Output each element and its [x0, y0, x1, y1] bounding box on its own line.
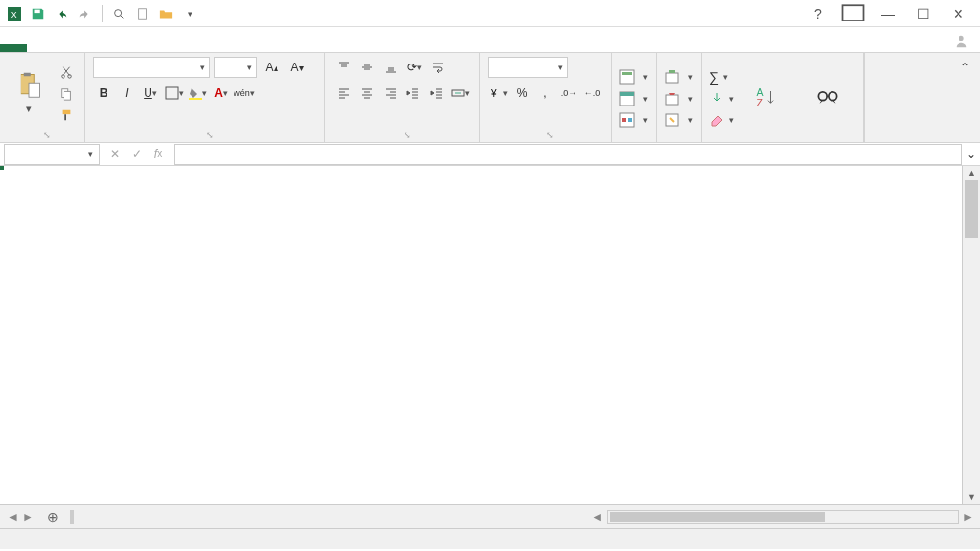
group-font: ▾ ▾ A▴ A▾ B I U▾ ▾ ▾ A▾ wén▾ ⤡ [85, 53, 325, 142]
format-cells-button[interactable]: ▾ [664, 112, 693, 128]
copy-icon[interactable] [57, 84, 76, 104]
group-cells: ▾ ▾ ▾ [657, 53, 702, 142]
currency-icon[interactable]: ¥▾ [488, 82, 509, 104]
decrease-font-icon[interactable]: A▾ [286, 57, 308, 78]
close-icon[interactable]: ✕ [945, 3, 972, 24]
align-right-icon[interactable] [380, 82, 402, 104]
paste-button[interactable]: ▾ [8, 71, 51, 115]
save-icon[interactable] [27, 3, 49, 24]
decrease-indent-icon[interactable] [403, 82, 424, 104]
minimize-icon[interactable]: — [874, 3, 902, 24]
svg-rect-25 [628, 118, 632, 122]
svg-rect-28 [666, 95, 678, 105]
merge-center-icon[interactable]: ▾ [449, 82, 471, 104]
svg-point-6 [959, 36, 963, 41]
comma-icon[interactable]: , [534, 82, 556, 104]
align-middle-icon[interactable] [357, 57, 378, 78]
sort-filter-button[interactable]: AZ [740, 84, 794, 113]
horizontal-scrollbar[interactable] [607, 510, 959, 524]
cancel-icon[interactable]: ✕ [106, 145, 125, 164]
undo-icon[interactable] [51, 3, 72, 24]
cell-styles-button[interactable]: ▾ [619, 112, 648, 128]
vertical-scrollbar[interactable]: ▲▼ [962, 166, 980, 504]
autosum-button[interactable]: ∑▾ [709, 69, 734, 85]
svg-rect-4 [139, 8, 147, 19]
decrease-decimal-icon[interactable]: ←.0 [581, 82, 603, 104]
name-box[interactable]: ▾ [4, 144, 100, 165]
svg-text:X: X [11, 9, 17, 19]
login-link[interactable] [939, 30, 980, 52]
font-size-select[interactable]: ▾ [214, 57, 257, 78]
svg-text:Z: Z [757, 96, 764, 107]
number-format-select[interactable]: ▾ [488, 57, 568, 78]
enter-icon[interactable]: ✓ [127, 145, 147, 164]
conditional-format-button[interactable]: ▾ [619, 69, 648, 85]
svg-rect-14 [63, 109, 71, 113]
orientation-icon[interactable]: ⟳▾ [404, 57, 425, 78]
increase-decimal-icon[interactable]: .0→ [558, 82, 579, 104]
wrap-text-icon[interactable] [427, 57, 448, 78]
collapse-ribbon-icon[interactable]: ⌃ [955, 57, 976, 78]
print-preview-icon[interactable] [108, 3, 130, 24]
dialog-launcher-icon[interactable]: ⤡ [43, 130, 51, 140]
fill-color-icon[interactable]: ▾ [187, 82, 208, 104]
new-sheet-icon[interactable]: ⊕ [41, 509, 64, 525]
dialog-launcher-icon[interactable]: ⤡ [546, 130, 554, 140]
svg-rect-24 [622, 118, 626, 122]
delete-cells-button[interactable]: ▾ [664, 91, 693, 106]
svg-rect-22 [620, 92, 634, 96]
excel-icon: X [4, 3, 25, 24]
italic-icon[interactable]: I [116, 82, 138, 104]
open-icon[interactable] [155, 3, 177, 24]
sheet-nav-prev-icon[interactable]: ◄ [6, 510, 20, 524]
ribbon-tabs [0, 27, 980, 53]
svg-point-33 [829, 91, 837, 100]
font-color-icon[interactable]: A▾ [210, 82, 232, 104]
maximize-icon[interactable]: ☐ [910, 3, 937, 24]
align-left-icon[interactable] [333, 82, 355, 104]
tab-file[interactable] [0, 44, 27, 52]
percent-icon[interactable]: % [511, 82, 533, 104]
dialog-launcher-icon[interactable]: ⤡ [404, 130, 411, 140]
phonetic-icon[interactable]: wén▾ [234, 82, 255, 104]
redo-icon[interactable] [74, 3, 96, 24]
align-bottom-icon[interactable] [380, 57, 402, 78]
new-icon[interactable] [132, 3, 153, 24]
border-icon[interactable]: ▾ [163, 82, 185, 104]
worksheet-grid[interactable]: ▲▼ [0, 166, 980, 504]
bold-icon[interactable]: B [93, 82, 114, 104]
formula-bar: ▾ ✕ ✓ fx ⌄ [0, 143, 980, 166]
fx-icon[interactable]: fx [149, 145, 168, 164]
tab-split-handle[interactable] [70, 510, 74, 524]
group-styles: ▾ ▾ ▾ [612, 53, 657, 142]
font-name-select[interactable]: ▾ [93, 57, 210, 78]
increase-font-icon[interactable]: A▴ [261, 57, 282, 78]
qat-customize-icon[interactable]: ▾ [179, 3, 200, 24]
svg-rect-9 [29, 83, 40, 97]
titlebar: X ▾ ? — ☐ ✕ [0, 0, 980, 27]
group-number: ▾ ¥▾ % , .0→ ←.0 ⤡ [480, 53, 612, 142]
group-alignment: ⟳▾ ▾ ⤡ [325, 53, 480, 142]
expand-formula-bar-icon[interactable]: ⌄ [962, 144, 980, 165]
align-center-icon[interactable] [357, 82, 378, 104]
cut-icon[interactable] [57, 63, 76, 82]
format-painter-icon[interactable] [57, 106, 76, 125]
group-clipboard: ▾ ⤡ [0, 53, 85, 142]
svg-rect-26 [666, 73, 678, 83]
sheet-tab-bar: ◄ ► ⊕ ◄ ► [0, 504, 980, 528]
svg-rect-20 [622, 72, 632, 75]
align-top-icon[interactable] [333, 57, 355, 78]
insert-cells-button[interactable]: ▾ [664, 69, 693, 85]
increase-indent-icon[interactable] [426, 82, 447, 104]
formula-input[interactable] [174, 144, 962, 165]
find-select-button[interactable] [800, 84, 855, 113]
svg-rect-2 [35, 9, 40, 13]
ribbon-display-icon[interactable] [839, 3, 867, 24]
dialog-launcher-icon[interactable]: ⤡ [206, 130, 214, 140]
sheet-nav-next-icon[interactable]: ► [21, 510, 35, 524]
clear-button[interactable]: ▾ [709, 112, 734, 128]
help-icon[interactable]: ? [804, 3, 831, 24]
underline-icon[interactable]: U▾ [140, 82, 161, 104]
fill-button[interactable]: ▾ [709, 91, 734, 106]
format-table-button[interactable]: ▾ [619, 91, 648, 106]
